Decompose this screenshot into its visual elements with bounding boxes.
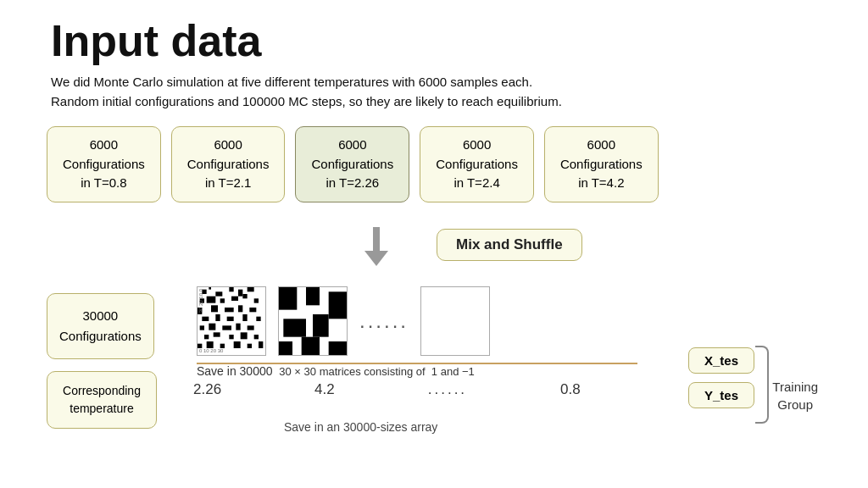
svg-rect-29 — [214, 332, 220, 336]
save-matrices-text: Save in 30000 30 × 30 matrices consistin… — [197, 364, 475, 378]
svg-rect-9 — [220, 298, 225, 302]
svg-rect-32 — [254, 335, 259, 339]
arrow-shaft — [373, 227, 380, 251]
dots-middle: ...... — [359, 309, 409, 333]
config-box-t42: 6000Configurationsin T=4.2 — [544, 126, 659, 202]
svg-rect-43 — [283, 319, 306, 336]
arrow-head — [364, 251, 388, 266]
svg-rect-38 — [259, 341, 263, 348]
svg-rect-5 — [238, 290, 242, 297]
config-box-t21: 6000Configurationsin T=2.1 — [171, 126, 286, 202]
svg-rect-24 — [209, 324, 215, 330]
svg-rect-25 — [222, 325, 231, 330]
matrix-2 — [278, 286, 348, 356]
y-tes-box: Y_tes — [688, 382, 754, 408]
svg-rect-22 — [256, 317, 260, 321]
svg-rect-15 — [225, 308, 234, 312]
svg-rect-27 — [248, 325, 254, 330]
svg-rect-6 — [248, 287, 254, 291]
temp-val-2: 4.2 — [314, 381, 335, 398]
temp-val-1: 2.26 — [193, 381, 221, 398]
svg-rect-36 — [234, 341, 241, 348]
subtitle-2: Random initial configurations and 100000… — [51, 92, 868, 112]
svg-rect-18 — [202, 317, 209, 321]
save-array-text: Save in an 30000-sizes array — [284, 420, 437, 434]
svg-rect-28 — [204, 335, 209, 339]
svg-rect-17 — [249, 308, 256, 312]
bracket-right — [755, 346, 769, 424]
svg-rect-31 — [241, 332, 248, 339]
arrow-down-area — [364, 227, 388, 266]
svg-rect-46 — [302, 337, 320, 355]
matrix-empty — [420, 286, 490, 356]
matrices-area: 0 10 20 30 30 20 10 0 ...... — [197, 286, 490, 356]
matrix-1: 0 10 20 30 30 20 10 0 — [197, 286, 266, 356]
svg-rect-42 — [329, 291, 347, 319]
svg-rect-8 — [207, 297, 216, 303]
svg-rect-26 — [236, 324, 240, 330]
svg-rect-40 — [279, 287, 297, 310]
config-box-t24: 6000Configurationsin T=2.4 — [420, 126, 534, 202]
config-box-t226: 6000Configurationsin T=2.26 — [295, 126, 409, 202]
svg-rect-21 — [242, 314, 247, 321]
mix-shuffle-box: Mix and Shuffle — [437, 229, 582, 261]
svg-rect-20 — [227, 317, 234, 321]
svg-rect-44 — [313, 314, 329, 337]
svg-rect-19 — [215, 314, 220, 321]
side-boxes: X_tes Y_tes — [688, 347, 754, 408]
subtitle-1: We did Monte Carlo simulation at five di… — [51, 73, 868, 92]
x-tes-box: X_tes — [688, 347, 754, 374]
thirty-k-box: 30000Configurations — [47, 293, 154, 359]
svg-rect-2 — [209, 287, 211, 290]
svg-rect-16 — [238, 305, 242, 312]
corresponding-temp-box: Correspondingtemperature — [47, 371, 157, 429]
training-group-label: TrainingGroup — [772, 378, 818, 413]
svg-rect-12 — [254, 298, 259, 302]
svg-rect-10 — [231, 297, 238, 301]
svg-rect-23 — [200, 325, 204, 330]
svg-rect-37 — [248, 344, 252, 348]
temp-val-3: 0.8 — [560, 381, 581, 398]
svg-rect-14 — [211, 305, 218, 312]
config-boxes-row: 6000Configurationsin T=0.8 6000Configura… — [47, 126, 868, 202]
svg-rect-47 — [329, 341, 347, 355]
svg-rect-3 — [215, 291, 222, 296]
page-title: Input data — [51, 15, 868, 66]
svg-rect-30 — [229, 335, 233, 339]
svg-rect-4 — [229, 287, 233, 291]
svg-rect-11 — [242, 294, 247, 298]
temp-dots: ...... — [428, 381, 467, 398]
svg-rect-45 — [279, 341, 292, 355]
config-box-t08: 6000Configurationsin T=0.8 — [47, 126, 161, 202]
temp-values-row: 2.26 4.2 ...... 0.8 — [193, 381, 581, 398]
svg-rect-34 — [207, 341, 214, 348]
svg-rect-41 — [306, 287, 320, 305]
